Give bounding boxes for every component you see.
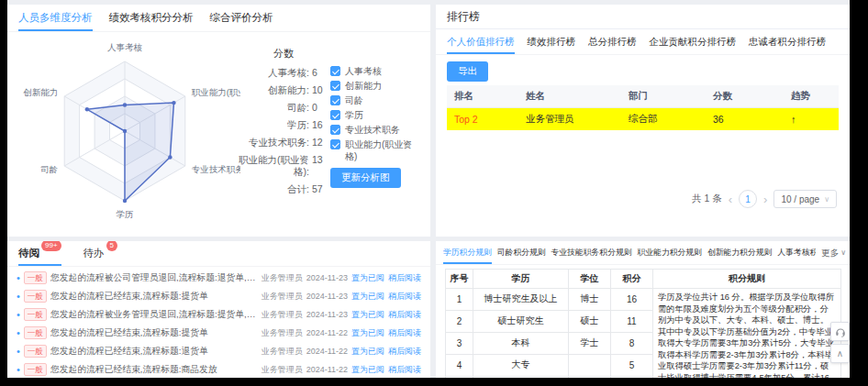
total-label: 合计: xyxy=(237,183,309,198)
analysis-tab-2[interactable]: 综合评价分析 xyxy=(210,5,273,31)
score-value: 16 xyxy=(312,119,330,134)
points-cell: 5 xyxy=(611,354,653,376)
dimension-checkbox-4[interactable]: 专业技术职务 xyxy=(330,124,424,138)
checkbox-label: 专业技术职务 xyxy=(345,124,400,136)
read-later-link[interactable]: 稍后阅读 xyxy=(388,309,421,321)
dimension-checkbox-0[interactable]: 人事考核 xyxy=(330,65,424,80)
chevron-left-icon[interactable]: ‹ xyxy=(729,193,732,205)
read-later-link[interactable]: 稍后阅读 xyxy=(388,346,421,358)
score-row: 司龄:0 xyxy=(237,102,330,116)
mark-read-link[interactable]: 置为已阅 xyxy=(351,272,384,284)
radar-data-point xyxy=(123,103,127,106)
rules-tab-0[interactable]: 学历积分规则 xyxy=(443,241,492,264)
rules-tab-3[interactable]: 职业能力积分规则 xyxy=(638,241,702,264)
mark-read-link[interactable]: 置为已阅 xyxy=(351,291,384,303)
rules-tab-1[interactable]: 司龄积分规则 xyxy=(497,241,546,264)
todo-text: 您发起的流程被业务管理员退回,流程标题:提货单,废弃说明 xyxy=(50,309,258,321)
chevron-right-icon[interactable]: › xyxy=(763,193,767,205)
rules-col-header: 积分 xyxy=(611,270,653,289)
rules-panel: 学历积分规则司龄积分规则专业技能职务积分规则职业能力积分规则创新能力积分规则人事… xyxy=(436,241,850,378)
back-to-top-button[interactable]: ∧ xyxy=(830,344,850,363)
degree-cell: 博士研究生及以上 xyxy=(473,289,569,311)
priority-tag: 一般 xyxy=(24,290,47,303)
todo-tab-1[interactable]: 待办5 xyxy=(83,241,117,266)
checkbox-icon[interactable] xyxy=(330,81,340,91)
score-value: 0 xyxy=(312,102,330,116)
ranking-tab-3[interactable]: 企业贡献积分排行榜 xyxy=(650,29,737,54)
ranking-tab-2[interactable]: 总分排行榜 xyxy=(588,29,637,54)
read-later-link[interactable]: 稍后阅读 xyxy=(388,364,421,376)
radar-axis-label: 专业技术职务 xyxy=(192,164,240,174)
ranking-tabbar: 个人价值排行榜绩效排行榜总分排行榜企业贡献积分排行榜忠诚者积分排行榜 xyxy=(436,29,850,55)
mark-read-link[interactable]: 置为已阅 xyxy=(351,346,384,358)
ranking-table-body: Top 2业务管理员综合部36↑ xyxy=(447,108,839,131)
mark-read-link[interactable]: 置为已阅 xyxy=(351,327,384,339)
rules-col-header: 积分规则 xyxy=(653,270,841,289)
mark-read-link[interactable]: 置为已阅 xyxy=(351,309,384,321)
rules-col-header: 学位 xyxy=(569,270,611,289)
dimension-checkbox-2[interactable]: 司龄 xyxy=(330,94,424,109)
ranking-tab-0[interactable]: 个人价值排行榜 xyxy=(447,29,515,54)
pagination-page-1[interactable]: 1 xyxy=(739,190,757,208)
todo-tabbar: 待阅99+待办5 xyxy=(7,241,430,267)
pagination-total: 共 1 条 xyxy=(692,193,722,205)
priority-tag: 一般 xyxy=(24,308,47,321)
points-cell: 16 xyxy=(611,289,653,311)
radar-data-point xyxy=(172,101,175,105)
score-rows: 人事考核:6创新能力:10司龄:0学历:16专业技术职务:12职业能力(职业资格… xyxy=(237,67,330,198)
rules-header-row: 序号学历学位积分积分规则 xyxy=(446,270,841,289)
todo-tab-0[interactable]: 待阅99+ xyxy=(18,241,61,266)
points-cell: 11 xyxy=(611,310,653,332)
checkbox-icon[interactable] xyxy=(330,139,340,149)
checkbox-icon[interactable] xyxy=(330,125,340,135)
dept-cell: 综合部 xyxy=(621,108,706,131)
todo-text: 您发起的流程已经结束,流程标题:退货单 xyxy=(50,346,258,358)
rules-tab-2[interactable]: 专业技能职务积分规则 xyxy=(551,241,632,264)
more-tabs-label: 更多 xyxy=(821,241,839,264)
checkbox-label: 职业能力(职业资格) xyxy=(345,138,424,162)
degree-title-cell: 学士 xyxy=(569,332,611,354)
count-badge: 99+ xyxy=(41,241,61,251)
todo-item[interactable]: •一般您发起的流程被业务管理员退回,流程标题:提货单,废弃说明业务管理员2024… xyxy=(7,305,430,324)
bullet-icon: • xyxy=(17,292,20,302)
support-button[interactable] xyxy=(830,322,850,341)
todo-item[interactable]: •一般您发起的流程已经结束,流程标题:提货单业务管理员2024-11-22置为已… xyxy=(7,324,430,342)
score-value: 10 xyxy=(312,84,330,99)
analysis-tab-0[interactable]: 人员多维度分析 xyxy=(18,5,93,31)
checkbox-icon[interactable] xyxy=(330,95,340,105)
todo-user: 业务管理员 xyxy=(262,346,303,358)
todo-panel: 待阅99+待办5 •一般您发起的流程被公司管理员退回,流程标题:退货单,废弃说明… xyxy=(7,241,430,378)
ranking-tab-1[interactable]: 绩效排行榜 xyxy=(528,29,576,54)
rules-tabbar: 学历积分规则司龄积分规则专业技能职务积分规则职业能力积分规则创新能力积分规则人事… xyxy=(436,241,850,265)
todo-text: 您发起的流程被公司管理员退回,流程标题:退货单,废弃说明 xyxy=(50,272,258,284)
read-later-link[interactable]: 稍后阅读 xyxy=(388,291,421,303)
checkbox-icon[interactable] xyxy=(330,66,340,76)
rules-tab-4[interactable]: 创新能力积分规则 xyxy=(707,241,772,264)
update-chart-button[interactable]: 更新分析图 xyxy=(330,168,401,188)
todo-text: 您发起的流程已经结束,流程标题:提货单 xyxy=(50,327,258,339)
mark-read-link[interactable]: 置为已阅 xyxy=(351,364,384,376)
dimension-checkbox-5[interactable]: 职业能力(职业资格) xyxy=(330,138,424,162)
page-size-select[interactable]: 10 / page ∨ xyxy=(773,190,837,208)
ranking-row[interactable]: Top 2业务管理员综合部36↑ xyxy=(447,108,839,131)
analysis-tab-1[interactable]: 绩效考核积分分析 xyxy=(109,5,194,31)
read-later-link[interactable]: 稍后阅读 xyxy=(388,272,421,284)
todo-item[interactable]: •一般您发起的流程已经结束,流程标题:商品发放业务管理员2024-11-22置为… xyxy=(7,360,430,378)
dimension-checkbox-1[interactable]: 创新能力 xyxy=(330,80,424,94)
read-later-link[interactable]: 稍后阅读 xyxy=(388,327,421,339)
todo-item[interactable]: •一般您发起的流程被公司管理员退回,流程标题:退货单,废弃说明业务管理员2024… xyxy=(7,269,430,287)
pagination: 共 1 条 ‹ 1 › 10 / page ∨ xyxy=(692,190,837,208)
export-button[interactable]: 导出 xyxy=(447,61,488,82)
ranking-table: 排名姓名部门分数趋势 Top 2业务管理员综合部36↑ xyxy=(447,85,839,130)
dimension-checkbox-3[interactable]: 学历 xyxy=(330,109,424,124)
todo-item[interactable]: •一般您发起的流程已经结束,流程标题:提货单业务管理员2024-11-23置为已… xyxy=(7,287,430,305)
priority-tag: 一般 xyxy=(24,326,47,339)
score-label: 专业技术职务: xyxy=(237,137,309,151)
checkbox-label: 司龄 xyxy=(345,94,363,106)
degree-title-cell: 硕士 xyxy=(569,310,611,332)
checkbox-icon[interactable] xyxy=(330,110,340,120)
todo-item[interactable]: •一般您发起的流程已经结束,流程标题:退货单业务管理员2024-11-22置为已… xyxy=(7,342,430,360)
more-tabs-dropdown[interactable]: 更多 ∨ xyxy=(816,241,846,264)
ranking-tab-4[interactable]: 忠诚者积分排行榜 xyxy=(749,29,826,54)
score-row: 人事考核:6 xyxy=(237,67,330,82)
